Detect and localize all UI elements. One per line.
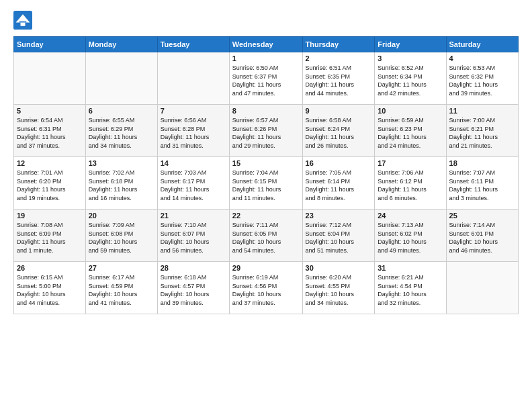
- day-info: Sunrise: 6:17 AM Sunset: 4:59 PM Dayligh…: [89, 273, 154, 307]
- calendar-cell: [14, 52, 86, 105]
- weekday-header-sunday: Sunday: [14, 37, 86, 52]
- day-info: Sunrise: 7:06 AM Sunset: 6:12 PM Dayligh…: [378, 169, 443, 202]
- weekday-header-saturday: Saturday: [446, 37, 518, 52]
- day-number: 13: [89, 159, 154, 167]
- day-info: Sunrise: 7:01 AM Sunset: 6:20 PM Dayligh…: [17, 169, 83, 202]
- logo-icon: [13, 11, 32, 30]
- calendar-cell: 24Sunrise: 7:13 AM Sunset: 6:02 PM Dayli…: [375, 210, 446, 262]
- day-info: Sunrise: 7:04 AM Sunset: 6:15 PM Dayligh…: [232, 169, 300, 202]
- day-info: Sunrise: 7:12 AM Sunset: 6:04 PM Dayligh…: [306, 221, 372, 255]
- day-number: 1: [232, 54, 300, 62]
- calendar-week-4: 19Sunrise: 7:08 AM Sunset: 6:09 PM Dayli…: [14, 210, 519, 262]
- day-number: 22: [232, 212, 300, 220]
- calendar-cell: 21Sunrise: 7:10 AM Sunset: 6:07 PM Dayli…: [157, 210, 229, 262]
- day-info: Sunrise: 6:53 AM Sunset: 6:32 PM Dayligh…: [449, 64, 515, 97]
- day-info: Sunrise: 7:02 AM Sunset: 6:18 PM Dayligh…: [89, 169, 154, 202]
- day-number: 25: [449, 212, 515, 220]
- day-number: 12: [17, 159, 83, 167]
- calendar-cell: 8Sunrise: 6:57 AM Sunset: 6:26 PM Daylig…: [229, 105, 302, 157]
- day-info: Sunrise: 6:50 AM Sunset: 6:37 PM Dayligh…: [232, 64, 300, 97]
- calendar-table: SundayMondayTuesdayWednesdayThursdayFrid…: [13, 36, 519, 314]
- day-number: 14: [161, 159, 226, 167]
- day-number: 8: [232, 107, 300, 115]
- day-info: Sunrise: 7:10 AM Sunset: 6:07 PM Dayligh…: [161, 221, 226, 255]
- calendar-cell: 27Sunrise: 6:17 AM Sunset: 4:59 PM Dayli…: [85, 262, 157, 314]
- calendar-week-2: 5Sunrise: 6:54 AM Sunset: 6:31 PM Daylig…: [14, 105, 519, 157]
- weekday-header-wednesday: Wednesday: [229, 37, 302, 52]
- calendar-cell: 15Sunrise: 7:04 AM Sunset: 6:15 PM Dayli…: [229, 157, 302, 210]
- calendar-cell: 3Sunrise: 6:52 AM Sunset: 6:34 PM Daylig…: [375, 52, 446, 105]
- day-number: 4: [449, 54, 515, 62]
- calendar-cell: 9Sunrise: 6:58 AM Sunset: 6:24 PM Daylig…: [302, 105, 375, 157]
- calendar-cell: 17Sunrise: 7:06 AM Sunset: 6:12 PM Dayli…: [375, 157, 446, 210]
- day-info: Sunrise: 7:05 AM Sunset: 6:14 PM Dayligh…: [306, 169, 372, 202]
- svg-rect-2: [19, 21, 27, 23]
- day-number: 21: [161, 212, 226, 220]
- calendar-cell: 11Sunrise: 7:00 AM Sunset: 6:21 PM Dayli…: [446, 105, 518, 157]
- day-number: 24: [378, 212, 443, 220]
- day-info: Sunrise: 6:54 AM Sunset: 6:31 PM Dayligh…: [17, 116, 83, 150]
- weekday-header-row: SundayMondayTuesdayWednesdayThursdayFrid…: [14, 37, 519, 52]
- calendar-cell: 26Sunrise: 6:15 AM Sunset: 5:00 PM Dayli…: [14, 262, 86, 314]
- calendar-cell: 6Sunrise: 6:55 AM Sunset: 6:29 PM Daylig…: [85, 105, 157, 157]
- calendar-cell: 30Sunrise: 6:20 AM Sunset: 4:55 PM Dayli…: [302, 262, 375, 314]
- day-number: 23: [306, 212, 372, 220]
- day-number: 2: [306, 54, 372, 62]
- calendar-cell: 12Sunrise: 7:01 AM Sunset: 6:20 PM Dayli…: [14, 157, 86, 210]
- calendar-week-3: 12Sunrise: 7:01 AM Sunset: 6:20 PM Dayli…: [14, 157, 519, 210]
- day-info: Sunrise: 6:51 AM Sunset: 6:35 PM Dayligh…: [306, 64, 372, 97]
- day-number: 7: [161, 107, 226, 115]
- calendar-cell: 28Sunrise: 6:18 AM Sunset: 4:57 PM Dayli…: [157, 262, 229, 314]
- day-info: Sunrise: 6:21 AM Sunset: 4:54 PM Dayligh…: [378, 273, 443, 307]
- day-info: Sunrise: 6:57 AM Sunset: 6:26 PM Dayligh…: [232, 116, 300, 150]
- page: SundayMondayTuesdayWednesdayThursdayFrid…: [0, 0, 532, 411]
- day-number: 9: [306, 107, 372, 115]
- day-info: Sunrise: 6:20 AM Sunset: 4:55 PM Dayligh…: [306, 273, 372, 307]
- calendar-cell: 22Sunrise: 7:11 AM Sunset: 6:05 PM Dayli…: [229, 210, 302, 262]
- calendar-cell: 25Sunrise: 7:14 AM Sunset: 6:01 PM Dayli…: [446, 210, 518, 262]
- weekday-header-monday: Monday: [85, 37, 157, 52]
- day-number: 20: [89, 212, 154, 220]
- day-number: 10: [378, 107, 443, 115]
- day-info: Sunrise: 6:56 AM Sunset: 6:28 PM Dayligh…: [161, 116, 226, 150]
- day-number: 30: [306, 264, 372, 272]
- calendar-cell: [85, 52, 157, 105]
- calendar-cell: 1Sunrise: 6:50 AM Sunset: 6:37 PM Daylig…: [229, 52, 302, 105]
- day-number: 18: [449, 159, 515, 167]
- calendar-cell: 31Sunrise: 6:21 AM Sunset: 4:54 PM Dayli…: [375, 262, 446, 314]
- day-info: Sunrise: 7:09 AM Sunset: 6:08 PM Dayligh…: [89, 221, 154, 255]
- day-number: 15: [232, 159, 300, 167]
- calendar-cell: 20Sunrise: 7:09 AM Sunset: 6:08 PM Dayli…: [85, 210, 157, 262]
- day-number: 5: [17, 107, 83, 115]
- day-number: 19: [17, 212, 83, 220]
- calendar-cell: 16Sunrise: 7:05 AM Sunset: 6:14 PM Dayli…: [302, 157, 375, 210]
- weekday-header-friday: Friday: [375, 37, 446, 52]
- day-info: Sunrise: 6:19 AM Sunset: 4:56 PM Dayligh…: [232, 273, 300, 307]
- calendar-cell: 23Sunrise: 7:12 AM Sunset: 6:04 PM Dayli…: [302, 210, 375, 262]
- calendar-cell: 14Sunrise: 7:03 AM Sunset: 6:17 PM Dayli…: [157, 157, 229, 210]
- weekday-header-thursday: Thursday: [302, 37, 375, 52]
- calendar-cell: [446, 262, 518, 314]
- day-number: 28: [161, 264, 226, 272]
- calendar-cell: 5Sunrise: 6:54 AM Sunset: 6:31 PM Daylig…: [14, 105, 86, 157]
- calendar-cell: 19Sunrise: 7:08 AM Sunset: 6:09 PM Dayli…: [14, 210, 86, 262]
- calendar-cell: 18Sunrise: 7:07 AM Sunset: 6:11 PM Dayli…: [446, 157, 518, 210]
- calendar-cell: 7Sunrise: 6:56 AM Sunset: 6:28 PM Daylig…: [157, 105, 229, 157]
- calendar-cell: 13Sunrise: 7:02 AM Sunset: 6:18 PM Dayli…: [85, 157, 157, 210]
- day-info: Sunrise: 6:18 AM Sunset: 4:57 PM Dayligh…: [161, 273, 226, 307]
- day-number: 3: [378, 54, 443, 62]
- day-number: 16: [306, 159, 372, 167]
- calendar-week-1: 1Sunrise: 6:50 AM Sunset: 6:37 PM Daylig…: [14, 52, 519, 105]
- day-info: Sunrise: 7:07 AM Sunset: 6:11 PM Dayligh…: [449, 169, 515, 202]
- calendar-cell: [157, 52, 229, 105]
- day-info: Sunrise: 6:52 AM Sunset: 6:34 PM Dayligh…: [378, 64, 443, 97]
- calendar-cell: 4Sunrise: 6:53 AM Sunset: 6:32 PM Daylig…: [446, 52, 518, 105]
- day-info: Sunrise: 7:00 AM Sunset: 6:21 PM Dayligh…: [449, 116, 515, 150]
- day-info: Sunrise: 7:13 AM Sunset: 6:02 PM Dayligh…: [378, 221, 443, 255]
- calendar-cell: 29Sunrise: 6:19 AM Sunset: 4:56 PM Dayli…: [229, 262, 302, 314]
- day-number: 31: [378, 264, 443, 272]
- day-number: 6: [89, 107, 154, 115]
- day-number: 29: [232, 264, 300, 272]
- calendar-cell: 2Sunrise: 6:51 AM Sunset: 6:35 PM Daylig…: [302, 52, 375, 105]
- day-info: Sunrise: 7:11 AM Sunset: 6:05 PM Dayligh…: [232, 221, 300, 255]
